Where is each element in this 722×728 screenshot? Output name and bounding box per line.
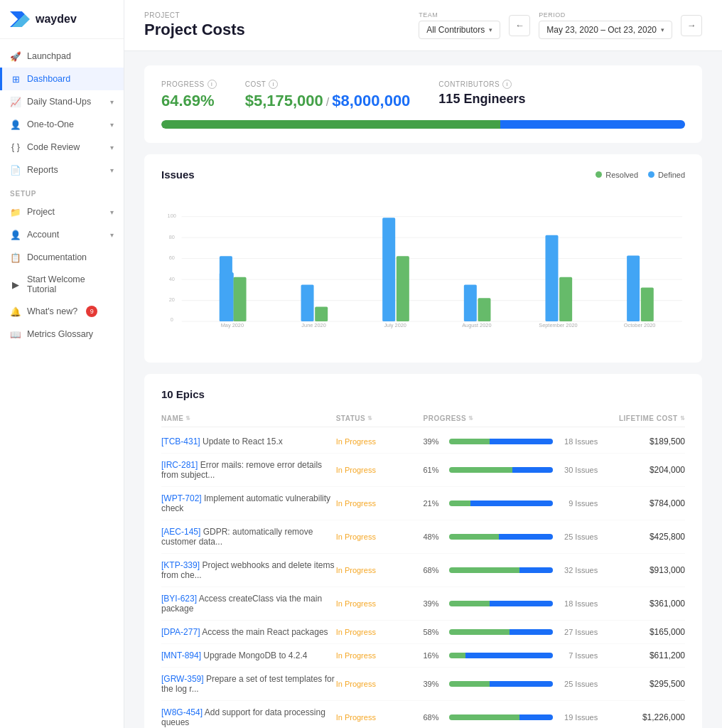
contributors-info-icon[interactable]: i: [502, 80, 512, 89]
epic-desc: Upgrade MongoDB to 4.2.4: [203, 651, 307, 660]
sidebar-item-reports[interactable]: 📄 Reports ▾: [0, 159, 124, 181]
book-icon: 📖: [10, 328, 21, 340]
sidebar-item-label: Daily Stand-Ups: [27, 97, 91, 107]
sidebar-item-project[interactable]: 📁 Project ▾: [0, 200, 124, 223]
epic-name: [KTP-339] Project webhooks and delete it…: [161, 560, 336, 580]
logo-area: waydev: [0, 0, 124, 39]
issues-count: 27 Issues: [559, 628, 598, 636]
resolved-dot: [596, 171, 602, 178]
chevron-icon: ▾: [110, 231, 114, 239]
prev-period-button[interactable]: ←: [509, 15, 530, 36]
epic-tag[interactable]: [TCB-431]: [161, 437, 200, 446]
sidebar-item-welcome-tutorial[interactable]: ▶ Start Welcome Tutorial: [0, 269, 124, 300]
progress-pct: 68%: [424, 566, 443, 574]
issues-count: 25 Issues: [559, 532, 598, 541]
epic-tag[interactable]: [WPT-702]: [161, 493, 202, 503]
legend-defined-label: Defined: [658, 171, 685, 179]
epic-bar-blue: [490, 439, 553, 444]
cost-info-icon[interactable]: i: [269, 80, 278, 89]
stats-card: PROGRESS i 64.69% COST i $5,175,000 / $8…: [144, 65, 702, 143]
chart-legend: Resolved Defined: [596, 171, 685, 179]
table-row: [AEC-145] GDPR: automatically remove cus…: [161, 520, 685, 554]
team-label: TEAM: [419, 11, 500, 18]
contributors-label: CONTRIBUTORS i: [438, 80, 525, 89]
sidebar-item-whats-new[interactable]: 🔔 What's new? 9: [0, 300, 124, 323]
status-badge: In Progress: [336, 566, 424, 574]
sidebar-item-one-to-one[interactable]: 👤 One-to-One ▾: [0, 113, 124, 136]
svg-rect-24: [464, 284, 477, 321]
progress-info-icon[interactable]: i: [208, 80, 217, 89]
sidebar-item-label: Project: [27, 207, 55, 217]
svg-rect-31: [641, 288, 654, 321]
epic-bar-green: [449, 653, 465, 658]
sidebar-item-launchpad[interactable]: 🚀 Launchpad: [0, 45, 124, 68]
col-status: STATUS ⇅: [336, 414, 424, 422]
sidebar-item-daily-standups[interactable]: 📈 Daily Stand-Ups ▾: [0, 90, 124, 113]
svg-text:August 2020: August 2020: [462, 322, 491, 328]
chevron-down-icon: ▾: [661, 26, 664, 33]
sidebar-item-account[interactable]: 👤 Account ▾: [0, 223, 124, 246]
epic-tag[interactable]: [DPA-277]: [161, 627, 200, 637]
epic-bar-green: [449, 534, 499, 540]
table-row: [KTP-339] Project webhooks and delete it…: [161, 554, 685, 587]
epic-tag[interactable]: [AEC-145]: [161, 527, 200, 537]
status-badge: In Progress: [336, 599, 424, 608]
lifetime-cost: $189,500: [598, 437, 685, 446]
grid-icon: ⊞: [10, 73, 21, 85]
svg-text:40: 40: [169, 276, 175, 282]
team-select: TEAM All Contributors ▾: [419, 11, 500, 39]
sidebar-item-label: Documentation: [27, 252, 87, 262]
progress-cell: 61% 30 Issues: [424, 466, 598, 474]
sort-icon: ⇅: [185, 415, 191, 422]
cost-label: COST i: [245, 80, 411, 89]
period-dropdown[interactable]: May 23, 2020 – Oct 23, 2020 ▾: [539, 21, 672, 39]
issues-count: 25 Issues: [559, 680, 598, 688]
issues-count: 9 Issues: [559, 499, 598, 508]
status-badge: In Progress: [336, 628, 424, 636]
sidebar-item-metrics-glossary[interactable]: 📖 Metrics Glossary: [0, 323, 124, 346]
epic-tag[interactable]: [MNT-894]: [161, 651, 201, 660]
overall-progress-bar: [161, 120, 685, 129]
legend-resolved-label: Resolved: [605, 171, 638, 179]
progress-pct: 16%: [424, 651, 443, 660]
svg-rect-18: [301, 284, 314, 321]
team-value: All Contributors: [426, 25, 485, 35]
chevron-icon: ▾: [110, 98, 114, 106]
epic-tag[interactable]: [GRW-359]: [161, 674, 204, 684]
project-label: PROJECT: [144, 11, 245, 19]
epic-bar-green: [449, 714, 520, 720]
contributors-stat: CONTRIBUTORS i 115 Engineers: [438, 80, 525, 110]
status-badge: In Progress: [336, 499, 424, 508]
epic-tag[interactable]: [W8G-454]: [161, 707, 203, 717]
epic-tag[interactable]: [BYI-623]: [161, 594, 197, 604]
col-status-label: STATUS: [336, 414, 366, 422]
svg-text:60: 60: [169, 255, 175, 261]
sort-icon: ⇅: [367, 415, 373, 422]
epic-progress-bar: [449, 681, 554, 687]
period-label: PERIOD: [539, 11, 672, 18]
sidebar-item-code-review[interactable]: { } Code Review ▾: [0, 136, 124, 159]
epic-progress-bar: [449, 467, 554, 473]
svg-text:80: 80: [169, 234, 175, 240]
sidebar-item-dashboard[interactable]: ⊞ Dashboard: [0, 68, 124, 90]
bell-icon: 🔔: [10, 306, 21, 317]
col-name: NAME ⇅: [161, 414, 336, 422]
next-period-button[interactable]: →: [681, 15, 702, 36]
status-badge: In Progress: [336, 680, 424, 688]
team-dropdown[interactable]: All Contributors ▾: [419, 21, 500, 39]
progress-pct: 61%: [424, 466, 443, 474]
col-cost: LIFETIME COST ⇅: [598, 414, 685, 422]
epic-tag[interactable]: [IRC-281]: [161, 460, 198, 470]
progress-pct: 48%: [424, 532, 443, 541]
issues-chart-svg: 100 80 60 40 20 0: [161, 192, 685, 348]
svg-rect-25: [478, 298, 490, 321]
epic-tag[interactable]: [KTP-339]: [161, 560, 200, 570]
code-icon: { }: [10, 141, 21, 153]
epic-progress-bar: [449, 439, 554, 444]
table-row: [MNT-894] Upgrade MongoDB to 4.2.4 In Pr…: [161, 644, 685, 668]
sidebar-item-documentation[interactable]: 📋 Documentation: [0, 246, 124, 269]
status-badge: In Progress: [336, 532, 424, 541]
progress-cell: 58% 27 Issues: [424, 628, 598, 636]
progress-pct: 21%: [424, 499, 443, 508]
chevron-icon: ▾: [110, 144, 114, 151]
